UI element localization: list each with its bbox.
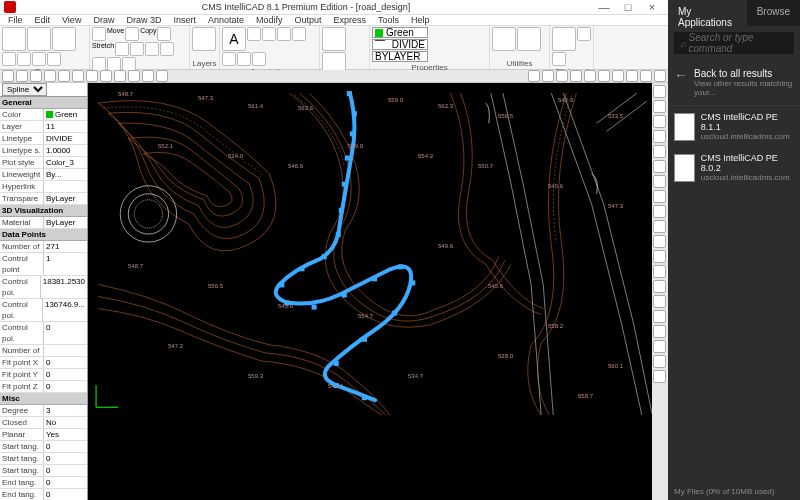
- quick-tool-icon[interactable]: [142, 70, 154, 82]
- prop-value[interactable]: 0: [44, 453, 87, 464]
- measure-icon[interactable]: [517, 27, 541, 51]
- prop-value[interactable]: ByLayer: [44, 217, 87, 228]
- prop-value[interactable]: 0: [44, 465, 87, 476]
- quick-tool-icon[interactable]: [16, 70, 28, 82]
- quick-tool-icon[interactable]: [598, 70, 610, 82]
- side-tool-icon[interactable]: [653, 130, 666, 143]
- line-tool-icon[interactable]: [2, 27, 26, 51]
- prop-row[interactable]: MaterialByLayer: [0, 217, 87, 229]
- arc-tool-icon[interactable]: [52, 27, 76, 51]
- quick-tool-icon[interactable]: [128, 70, 140, 82]
- menu-file[interactable]: File: [2, 15, 29, 25]
- side-tool-icon[interactable]: [653, 100, 666, 113]
- quick-tool-icon[interactable]: [654, 70, 666, 82]
- quick-tool-icon[interactable]: [72, 70, 84, 82]
- menu-edit[interactable]: Edit: [29, 15, 57, 25]
- entity-type-select[interactable]: Spline: [2, 83, 47, 96]
- copy-icon[interactable]: [125, 27, 139, 41]
- result-item[interactable]: CMS IntelliCAD PE 8.0.2 uscloud.intellic…: [668, 147, 800, 188]
- prop-row[interactable]: End tang.0: [0, 477, 87, 489]
- prop-value[interactable]: ByLayer: [44, 193, 87, 204]
- quick-tool-icon[interactable]: [612, 70, 624, 82]
- prop-value[interactable]: 3: [44, 405, 87, 416]
- side-tool-icon[interactable]: [653, 190, 666, 203]
- quick-tool-icon[interactable]: [30, 70, 42, 82]
- bylayer-selector[interactable]: BYLAYER: [372, 51, 428, 62]
- prop-value[interactable]: Color_3: [44, 157, 87, 168]
- prop-value[interactable]: Yes: [44, 429, 87, 440]
- tab-my-applications[interactable]: My Applications: [668, 0, 747, 26]
- modify-tool-icon[interactable]: [92, 57, 106, 71]
- draw-tool-icon[interactable]: [47, 52, 61, 66]
- modify-tool-icon[interactable]: [160, 42, 174, 56]
- side-tool-icon[interactable]: [653, 220, 666, 233]
- prop-row[interactable]: Fit point Y0: [0, 369, 87, 381]
- side-tool-icon[interactable]: [653, 370, 666, 383]
- side-tool-icon[interactable]: [653, 235, 666, 248]
- prop-value[interactable]: 136746.9...: [43, 299, 87, 321]
- anno-tool-icon[interactable]: [277, 27, 291, 41]
- menu-output[interactable]: Output: [288, 15, 327, 25]
- anno-tool-icon[interactable]: [262, 27, 276, 41]
- modify-tool-icon[interactable]: [130, 42, 144, 56]
- anno-tool-icon[interactable]: [252, 52, 266, 66]
- side-tool-icon[interactable]: [653, 145, 666, 158]
- maximize-button[interactable]: □: [616, 0, 640, 14]
- menu-view[interactable]: View: [56, 15, 87, 25]
- quick-tool-icon[interactable]: [584, 70, 596, 82]
- clip-tool-icon[interactable]: [552, 52, 566, 66]
- prop-row[interactable]: TranspareByLayer: [0, 193, 87, 205]
- prop-value[interactable]: Green: [44, 109, 87, 120]
- stretch-icon[interactable]: [157, 27, 171, 41]
- side-tool-icon[interactable]: [653, 295, 666, 308]
- prop-row[interactable]: Layer11: [0, 121, 87, 133]
- anno-tool-icon[interactable]: [222, 52, 236, 66]
- prop-row[interactable]: Control poi.136746.9...: [0, 299, 87, 322]
- prop-row[interactable]: End tang.0: [0, 489, 87, 500]
- back-to-results[interactable]: ← Back to all results View other results…: [668, 60, 800, 106]
- prop-row[interactable]: Control point1: [0, 253, 87, 276]
- anno-tool-icon[interactable]: [237, 52, 251, 66]
- text-tool-icon[interactable]: A: [222, 27, 246, 51]
- side-tool-icon[interactable]: [653, 325, 666, 338]
- anno-tool-icon[interactable]: [292, 27, 306, 41]
- prop-row[interactable]: Control poi.0: [0, 322, 87, 345]
- draw-tool-icon[interactable]: [17, 52, 31, 66]
- prop-value[interactable]: No: [44, 417, 87, 428]
- menu-draw3d[interactable]: Draw 3D: [120, 15, 167, 25]
- side-tool-icon[interactable]: [653, 115, 666, 128]
- prop-value[interactable]: By...: [44, 169, 87, 180]
- move-icon[interactable]: [92, 27, 106, 41]
- side-tool-icon[interactable]: [653, 205, 666, 218]
- quick-tool-icon[interactable]: [556, 70, 568, 82]
- quick-tool-icon[interactable]: [2, 70, 14, 82]
- side-tool-icon[interactable]: [653, 355, 666, 368]
- quick-tool-icon[interactable]: [114, 70, 126, 82]
- prop-value[interactable]: 1.0000: [44, 145, 87, 156]
- prop-row[interactable]: Fit point X0: [0, 357, 87, 369]
- close-button[interactable]: ×: [640, 0, 664, 14]
- side-tool-icon[interactable]: [653, 265, 666, 278]
- side-tool-icon[interactable]: [653, 160, 666, 173]
- group-icon[interactable]: [492, 27, 516, 51]
- layers-icon[interactable]: [192, 27, 216, 51]
- prop-row[interactable]: Linetype s.1.0000: [0, 145, 87, 157]
- quick-tool-icon[interactable]: [640, 70, 652, 82]
- result-item[interactable]: CMS IntelliCAD PE 8.1.1 uscloud.intellic…: [668, 106, 800, 147]
- prop-value[interactable]: 0: [44, 357, 87, 368]
- menu-express[interactable]: Express: [328, 15, 373, 25]
- prop-row[interactable]: Start tang.0: [0, 441, 87, 453]
- menu-modify[interactable]: Modify: [250, 15, 289, 25]
- draw-tool-icon[interactable]: [2, 52, 16, 66]
- prop-row[interactable]: Number of271: [0, 241, 87, 253]
- menu-annotate[interactable]: Annotate: [202, 15, 250, 25]
- quick-tool-icon[interactable]: [626, 70, 638, 82]
- drawing-canvas[interactable]: 548.7547.3561.4563.6559.0562.3556.5542.3…: [88, 83, 652, 500]
- quick-tool-icon[interactable]: [570, 70, 582, 82]
- anno-tool-icon[interactable]: [247, 27, 261, 41]
- quick-tool-icon[interactable]: [156, 70, 168, 82]
- prop-row[interactable]: LinetypeDIVIDE: [0, 133, 87, 145]
- side-tool-icon[interactable]: [653, 175, 666, 188]
- prop-row[interactable]: PlanarYes: [0, 429, 87, 441]
- modify-tool-icon[interactable]: [122, 57, 136, 71]
